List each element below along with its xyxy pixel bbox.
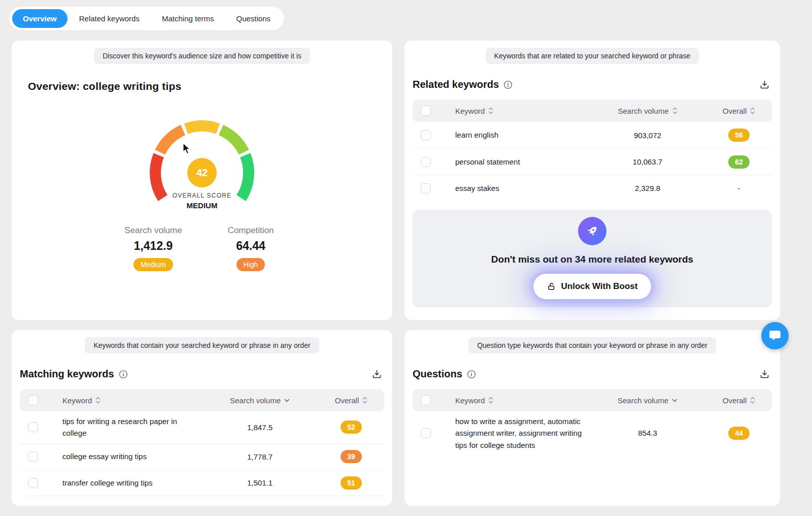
info-icon[interactable] [467, 370, 476, 379]
top-tab-bar: Overview Related keywords Matching terms… [9, 7, 284, 30]
sort-icon [488, 107, 493, 114]
row-checkbox[interactable] [421, 183, 431, 194]
competition-value: 64.44 [218, 239, 284, 253]
competition-label: Competition [218, 225, 284, 236]
overall-score-label: OVERALL SCORE [141, 192, 263, 199]
keyword-cell: college essay writing tips [54, 450, 201, 462]
overall-score-pill: 51 [341, 476, 362, 490]
table-row: learn english 903,072 56 [413, 122, 772, 148]
sort-icon [95, 397, 100, 404]
overview-card: Discover this keyword's audience size an… [12, 41, 392, 320]
sort-icon [750, 107, 755, 114]
search-volume-stat: Search volume 1,412.9 Medium [120, 225, 186, 271]
sort-icon [672, 107, 678, 114]
questions-card-hint: Question type keywords that contain your… [468, 337, 716, 353]
overall-score-pill: 62 [728, 155, 750, 169]
table-header-row: Keyword Search volume Overall [413, 100, 772, 122]
keyword-cell: essay stakes [447, 182, 589, 194]
gauge-segment-light-green [221, 130, 244, 152]
keyword-cell: learn english [447, 129, 589, 141]
tab-questions[interactable]: Questions [226, 9, 282, 28]
table-row: personal statement 10,063.7 62 [413, 148, 772, 175]
questions-card: Question type keywords that contain your… [404, 330, 780, 506]
row-checkbox[interactable] [28, 422, 38, 432]
boost-upsell-panel: Don't miss out on 34 more related keywor… [413, 210, 772, 307]
chat-launcher-button[interactable] [761, 322, 789, 349]
overall-score-gauge: 42 OVERALL SCORE MEDIUM [141, 112, 263, 214]
download-icon[interactable] [369, 367, 384, 381]
unlock-icon [547, 282, 556, 291]
tab-matching-terms[interactable]: Matching terms [151, 9, 225, 28]
sort-icon [750, 397, 755, 404]
table-row: how to write a assignment, automatic ass… [413, 411, 772, 455]
column-header-keyword[interactable]: Keyword [455, 396, 493, 405]
tab-related-keywords[interactable]: Related keywords [69, 9, 150, 28]
overview-card-hint: Discover this keyword's audience size an… [94, 48, 310, 64]
search-volume-cell: 1,778.7 [201, 453, 318, 461]
overall-score-value: 42 [187, 158, 217, 187]
search-volume-value: 1,412.9 [120, 239, 186, 253]
overview-stats: Search volume 1,412.9 Medium Competition… [24, 225, 380, 271]
overall-score-level: MEDIUM [141, 201, 263, 210]
competition-stat: Competition 64.44 High [218, 225, 284, 271]
overall-score-pill: 56 [728, 128, 750, 142]
overall-score-pill: 44 [728, 427, 750, 440]
info-icon[interactable] [503, 80, 513, 89]
matching-keywords-table: Keyword Search volume Overall tips for w… [20, 389, 384, 496]
column-header-search-volume[interactable]: Search volume [618, 107, 677, 115]
column-header-keyword[interactable]: Keyword [455, 107, 493, 115]
search-volume-level-badge: Medium [133, 258, 173, 271]
sort-icon [488, 397, 493, 404]
download-icon[interactable] [757, 77, 772, 92]
search-volume-cell: 1,847.5 [201, 423, 318, 432]
related-card-title: Related keywords [413, 79, 499, 90]
keyword-cell: how to write a assignment, automatic ass… [447, 415, 589, 451]
search-volume-cell: 1,501.1 [201, 478, 318, 487]
column-header-overall[interactable]: Overall [723, 396, 756, 405]
select-all-checkbox[interactable] [28, 395, 38, 405]
column-header-overall[interactable]: Overall [335, 396, 368, 405]
column-header-overall[interactable]: Overall [723, 107, 756, 115]
matching-card-hint: Keywords that contain your searched keyw… [85, 337, 319, 353]
overall-score-pill: 52 [341, 421, 362, 434]
download-icon[interactable] [757, 367, 772, 381]
search-volume-cell: 903,072 [589, 131, 706, 140]
gauge-segment-yellow [186, 126, 218, 129]
row-checkbox[interactable] [28, 478, 38, 488]
chat-bubble-icon [768, 329, 782, 342]
row-checkbox[interactable] [421, 157, 431, 167]
select-all-checkbox[interactable] [421, 106, 431, 116]
keyword-cell: personal statement [447, 156, 589, 168]
keyword-cell: transfer college writing tips [54, 477, 201, 489]
dashboard-grid: Discover this keyword's audience size an… [12, 41, 780, 506]
questions-table: Keyword Search volume Overall how to wri… [413, 389, 772, 455]
row-checkbox[interactable] [421, 130, 431, 140]
info-icon[interactable] [119, 370, 128, 379]
row-checkbox[interactable] [421, 428, 431, 438]
rocket-icon [578, 217, 606, 245]
search-volume-label: Search volume [120, 225, 186, 236]
tab-overview[interactable]: Overview [12, 9, 67, 28]
table-row: college essay writing tips 1,778.7 39 [20, 443, 384, 470]
unlock-with-boost-button[interactable]: Unlock With Boost [533, 274, 652, 299]
column-header-keyword[interactable]: Keyword [62, 396, 100, 405]
matching-card-title: Matching keywords [20, 368, 114, 380]
search-volume-cell: 854.3 [589, 429, 706, 437]
competition-level-badge: High [236, 258, 265, 271]
column-header-search-volume[interactable]: Search volume [618, 396, 678, 405]
questions-card-title: Questions [413, 368, 462, 380]
column-header-search-volume[interactable]: Search volume [230, 396, 290, 405]
search-volume-cell: 10,063.7 [589, 157, 706, 166]
keyword-cell: tips for writing a research paper in col… [54, 415, 201, 439]
table-header-row: Keyword Search volume Overall [20, 389, 384, 411]
sort-desc-icon [284, 399, 290, 402]
row-checkbox[interactable] [28, 452, 38, 462]
related-keywords-card: Keywords that are related to your search… [404, 41, 780, 320]
sort-desc-icon [672, 399, 678, 402]
select-all-checkbox[interactable] [421, 395, 431, 405]
upsell-message: Don't miss out on 34 more related keywor… [423, 254, 762, 265]
gauge-segment-orange [160, 130, 183, 152]
table-row: tips for writing a research paper in col… [20, 411, 384, 443]
related-card-hint: Keywords that are related to your search… [486, 48, 699, 64]
overall-score-empty: - [738, 184, 740, 192]
